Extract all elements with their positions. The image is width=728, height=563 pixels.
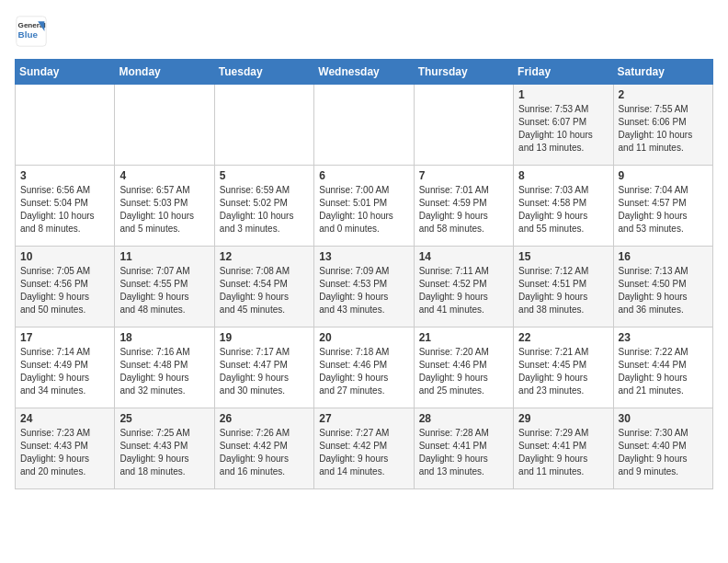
calendar-cell: 21Sunrise: 7:20 AM Sunset: 4:46 PM Dayli… xyxy=(414,327,513,408)
calendar-cell: 5Sunrise: 6:59 AM Sunset: 5:02 PM Daylig… xyxy=(214,166,313,247)
day-number: 7 xyxy=(419,169,508,182)
calendar-cell: 23Sunrise: 7:22 AM Sunset: 4:44 PM Dayli… xyxy=(613,327,712,408)
day-info: Sunrise: 7:04 AM Sunset: 4:57 PM Dayligh… xyxy=(619,184,708,236)
day-info: Sunrise: 7:30 AM Sunset: 4:40 PM Dayligh… xyxy=(619,427,708,478)
calendar-cell: 18Sunrise: 7:16 AM Sunset: 4:48 PM Dayli… xyxy=(115,327,214,408)
day-info: Sunrise: 7:08 AM Sunset: 4:54 PM Dayligh… xyxy=(220,265,309,316)
day-info: Sunrise: 7:53 AM Sunset: 6:07 PM Dayligh… xyxy=(518,103,608,155)
calendar-cell: 22Sunrise: 7:21 AM Sunset: 4:45 PM Dayli… xyxy=(514,327,613,408)
calendar-cell: 25Sunrise: 7:25 AM Sunset: 4:43 PM Dayli… xyxy=(115,408,214,489)
day-info: Sunrise: 7:20 AM Sunset: 4:46 PM Dayligh… xyxy=(419,346,508,397)
day-info: Sunrise: 7:17 AM Sunset: 4:47 PM Dayligh… xyxy=(220,346,309,397)
logo-icon: General Blue xyxy=(15,15,48,48)
calendar-table: SundayMondayTuesdayWednesdayThursdayFrid… xyxy=(15,59,713,489)
day-info: Sunrise: 7:55 AM Sunset: 6:06 PM Dayligh… xyxy=(619,103,708,155)
calendar-cell: 2Sunrise: 7:55 AM Sunset: 6:06 PM Daylig… xyxy=(613,85,712,166)
calendar-cell: 26Sunrise: 7:26 AM Sunset: 4:42 PM Dayli… xyxy=(214,408,313,489)
day-number: 21 xyxy=(419,331,508,344)
day-number: 5 xyxy=(220,169,309,182)
day-number: 8 xyxy=(518,169,608,182)
day-number: 18 xyxy=(119,331,209,344)
day-number: 22 xyxy=(518,331,608,344)
day-number: 23 xyxy=(619,331,708,344)
day-number: 14 xyxy=(419,250,508,263)
day-number: 11 xyxy=(119,250,209,263)
calendar-cell: 1Sunrise: 7:53 AM Sunset: 6:07 PM Daylig… xyxy=(514,85,613,166)
calendar-cell: 16Sunrise: 7:13 AM Sunset: 4:50 PM Dayli… xyxy=(613,247,712,327)
calendar-cell: 11Sunrise: 7:07 AM Sunset: 4:55 PM Dayli… xyxy=(115,247,214,327)
weekday-header-monday: Monday xyxy=(115,60,214,85)
day-info: Sunrise: 7:11 AM Sunset: 4:52 PM Dayligh… xyxy=(419,265,508,316)
day-number: 13 xyxy=(319,250,408,263)
day-number: 15 xyxy=(518,250,608,263)
calendar-cell: 15Sunrise: 7:12 AM Sunset: 4:51 PM Dayli… xyxy=(514,247,613,327)
weekday-header-saturday: Saturday xyxy=(613,60,712,85)
day-info: Sunrise: 7:14 AM Sunset: 4:49 PM Dayligh… xyxy=(20,346,109,397)
calendar-cell: 14Sunrise: 7:11 AM Sunset: 4:52 PM Dayli… xyxy=(414,247,513,327)
day-number: 9 xyxy=(619,169,708,182)
calendar-cell xyxy=(214,85,313,166)
day-number: 27 xyxy=(319,412,408,425)
day-info: Sunrise: 7:16 AM Sunset: 4:48 PM Dayligh… xyxy=(119,346,209,397)
day-number: 2 xyxy=(619,88,708,101)
weekday-header-sunday: Sunday xyxy=(16,60,115,85)
day-info: Sunrise: 6:57 AM Sunset: 5:03 PM Dayligh… xyxy=(119,184,209,236)
day-number: 12 xyxy=(220,250,309,263)
day-number: 26 xyxy=(220,412,309,425)
calendar-cell: 8Sunrise: 7:03 AM Sunset: 4:58 PM Daylig… xyxy=(514,166,613,247)
day-number: 28 xyxy=(419,412,508,425)
day-number: 3 xyxy=(20,169,109,182)
svg-text:Blue: Blue xyxy=(18,29,39,40)
day-info: Sunrise: 7:22 AM Sunset: 4:44 PM Dayligh… xyxy=(619,346,708,397)
day-number: 30 xyxy=(619,412,708,425)
day-info: Sunrise: 7:12 AM Sunset: 4:51 PM Dayligh… xyxy=(518,265,608,316)
calendar-cell: 6Sunrise: 7:00 AM Sunset: 5:01 PM Daylig… xyxy=(314,166,414,247)
calendar-cell: 10Sunrise: 7:05 AM Sunset: 4:56 PM Dayli… xyxy=(16,247,115,327)
calendar-cell: 7Sunrise: 7:01 AM Sunset: 4:59 PM Daylig… xyxy=(414,166,513,247)
calendar-cell: 17Sunrise: 7:14 AM Sunset: 4:49 PM Dayli… xyxy=(16,327,115,408)
calendar-cell xyxy=(115,85,214,166)
day-info: Sunrise: 7:07 AM Sunset: 4:55 PM Dayligh… xyxy=(119,265,209,316)
day-info: Sunrise: 7:00 AM Sunset: 5:01 PM Dayligh… xyxy=(319,184,408,236)
day-number: 1 xyxy=(518,88,608,101)
weekday-header-wednesday: Wednesday xyxy=(314,60,414,85)
day-info: Sunrise: 7:21 AM Sunset: 4:45 PM Dayligh… xyxy=(518,346,608,397)
day-info: Sunrise: 7:01 AM Sunset: 4:59 PM Dayligh… xyxy=(419,184,508,236)
calendar-cell: 20Sunrise: 7:18 AM Sunset: 4:46 PM Dayli… xyxy=(314,327,414,408)
day-number: 17 xyxy=(20,331,109,344)
day-number: 10 xyxy=(20,250,109,263)
calendar-cell: 13Sunrise: 7:09 AM Sunset: 4:53 PM Dayli… xyxy=(314,247,414,327)
weekday-header-thursday: Thursday xyxy=(414,60,513,85)
day-info: Sunrise: 7:05 AM Sunset: 4:56 PM Dayligh… xyxy=(20,265,109,316)
day-info: Sunrise: 7:18 AM Sunset: 4:46 PM Dayligh… xyxy=(319,346,408,397)
logo: General Blue xyxy=(15,15,51,48)
day-info: Sunrise: 7:23 AM Sunset: 4:43 PM Dayligh… xyxy=(20,427,109,478)
calendar-cell: 9Sunrise: 7:04 AM Sunset: 4:57 PM Daylig… xyxy=(613,166,712,247)
day-number: 19 xyxy=(220,331,309,344)
calendar-cell: 30Sunrise: 7:30 AM Sunset: 4:40 PM Dayli… xyxy=(613,408,712,489)
day-info: Sunrise: 7:28 AM Sunset: 4:41 PM Dayligh… xyxy=(419,427,508,478)
weekday-header-tuesday: Tuesday xyxy=(214,60,313,85)
day-info: Sunrise: 7:26 AM Sunset: 4:42 PM Dayligh… xyxy=(220,427,309,478)
page-header: General Blue xyxy=(15,15,713,48)
day-number: 4 xyxy=(119,169,209,182)
day-info: Sunrise: 7:13 AM Sunset: 4:50 PM Dayligh… xyxy=(619,265,708,316)
day-info: Sunrise: 7:09 AM Sunset: 4:53 PM Dayligh… xyxy=(319,265,408,316)
calendar-cell: 4Sunrise: 6:57 AM Sunset: 5:03 PM Daylig… xyxy=(115,166,214,247)
day-number: 29 xyxy=(518,412,608,425)
calendar-cell: 29Sunrise: 7:29 AM Sunset: 4:41 PM Dayli… xyxy=(514,408,613,489)
calendar-cell: 12Sunrise: 7:08 AM Sunset: 4:54 PM Dayli… xyxy=(214,247,313,327)
calendar-cell: 28Sunrise: 7:28 AM Sunset: 4:41 PM Dayli… xyxy=(414,408,513,489)
day-number: 24 xyxy=(20,412,109,425)
calendar-cell: 19Sunrise: 7:17 AM Sunset: 4:47 PM Dayli… xyxy=(214,327,313,408)
day-number: 25 xyxy=(119,412,209,425)
calendar-cell: 24Sunrise: 7:23 AM Sunset: 4:43 PM Dayli… xyxy=(16,408,115,489)
day-info: Sunrise: 6:59 AM Sunset: 5:02 PM Dayligh… xyxy=(220,184,309,236)
calendar-cell: 3Sunrise: 6:56 AM Sunset: 5:04 PM Daylig… xyxy=(16,166,115,247)
day-number: 6 xyxy=(319,169,408,182)
calendar-cell xyxy=(314,85,414,166)
calendar-cell: 27Sunrise: 7:27 AM Sunset: 4:42 PM Dayli… xyxy=(314,408,414,489)
day-number: 16 xyxy=(619,250,708,263)
weekday-header-friday: Friday xyxy=(514,60,613,85)
day-info: Sunrise: 7:29 AM Sunset: 4:41 PM Dayligh… xyxy=(518,427,608,478)
